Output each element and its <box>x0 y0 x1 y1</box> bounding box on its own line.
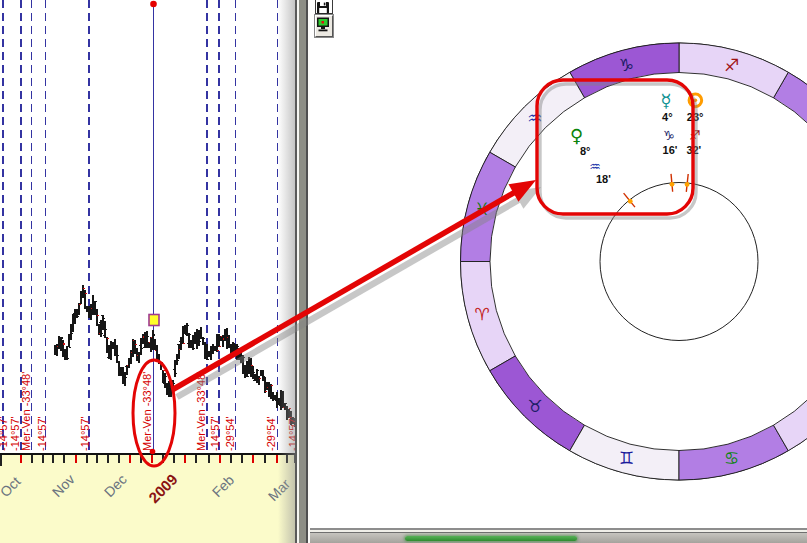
astro-event-label: -14°57' <box>209 416 221 451</box>
window-border-highlight <box>308 0 311 543</box>
degree-tick-dot <box>628 199 633 204</box>
astro-event-label: -29°54' <box>224 416 236 451</box>
degree-tick-dot <box>670 182 675 187</box>
price-chart-canvas[interactable]: OctNovDec2009FebMar-14°57'-14°57'Mer-Ven… <box>0 0 296 543</box>
aquarius-glyph-icon: ♒ <box>527 108 542 128</box>
degree-tick-dot <box>685 182 690 187</box>
pisces-glyph-icon: ♓ <box>475 199 490 219</box>
mercury-minute-label: 16' <box>663 144 678 156</box>
date-axis-band <box>0 455 296 543</box>
astro-event-label: Mer-Ven -33°48' <box>141 372 153 451</box>
sun-sign-glyph-icon: ♐ <box>689 128 701 143</box>
cancer-glyph-icon: ♋ <box>724 448 739 468</box>
venus-minute-label: 18' <box>596 173 611 185</box>
astro-event-label: -14°57' <box>0 416 9 451</box>
venus-degree-label: 8° <box>580 145 591 157</box>
mercury-sign-glyph-icon: ♑ <box>663 128 675 143</box>
panel-splitter-bar[interactable] <box>299 0 306 543</box>
event-line-dot <box>150 449 156 455</box>
save-icon <box>316 2 330 14</box>
astro-event-label: Mer-Ven -33°48' <box>195 372 207 451</box>
screen-chart-button[interactable] <box>315 15 333 37</box>
aries-glyph-icon: ♈ <box>475 304 490 324</box>
app-screenshot: { "left_chart": { "background": "#ffffff… <box>0 0 807 543</box>
astro-event-label: -14°57' <box>79 416 91 451</box>
event-line-dot <box>150 1 157 8</box>
wheel-panel: ♎♏♐♑♒♓♈♉♊♋♌♍23°♐32'☿4°♑16'♀8°♒18' <box>310 0 807 528</box>
venus-sign-glyph-icon: ♒ <box>589 159 601 174</box>
monitor-icon <box>316 16 330 34</box>
gemini-glyph-icon: ♊ <box>619 448 634 468</box>
sagittarius-glyph-icon: ♐ <box>724 55 739 75</box>
wheel-outer-circle <box>461 43 807 480</box>
mercury-degree-label: 4° <box>662 111 673 123</box>
astro-event-label: Mer-Ven -33°48' <box>20 372 32 451</box>
taskbar-button <box>405 536 577 542</box>
sun-degree-label: 23° <box>687 111 704 123</box>
zodiac-wheel-canvas[interactable]: ♎♏♐♑♒♓♈♉♊♋♌♍23°♐32'☿4°♑16'♀8°♒18' <box>310 0 807 528</box>
venus-glyph-icon: ♀ <box>570 125 583 146</box>
astro-event-label: -29°54' <box>265 416 277 451</box>
capricorn-glyph-icon: ♑ <box>619 55 634 75</box>
chart-panel[interactable]: OctNovDec2009FebMar-14°57'-14°57'Mer-Ven… <box>0 0 296 543</box>
panel-edge-shadow <box>278 0 295 543</box>
taskbar-strip <box>296 533 807 543</box>
selected-event-marker[interactable] <box>149 315 159 326</box>
save-button[interactable] <box>315 0 333 14</box>
taurus-glyph-icon: ♉ <box>527 396 542 416</box>
mercury-glyph-icon: ☿ <box>660 90 671 111</box>
sun-minute-label: 32' <box>686 144 701 156</box>
sun-glyph-dot <box>694 99 698 103</box>
astro-event-label: -14°57' <box>36 416 48 451</box>
